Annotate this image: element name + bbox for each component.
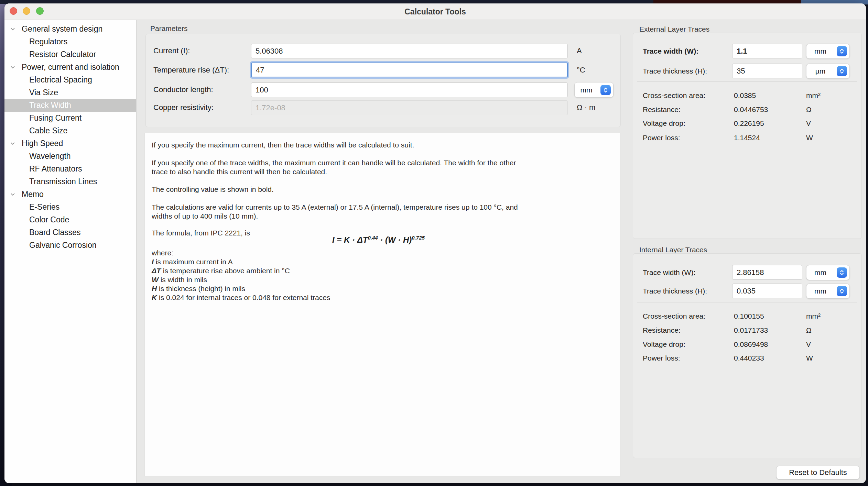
external-trace-width-input[interactable] [732, 44, 802, 58]
help-line: The calculations are valid for currents … [152, 203, 518, 212]
external-trace-thickness-input[interactable] [732, 64, 802, 78]
external-trace-width-label: Trace width (W): [643, 46, 698, 56]
sidebar-item-label: Power, current and isolation [20, 63, 119, 72]
external-voltage-drop-label: Voltage drop: [643, 118, 685, 129]
help-line: widths of up to 400 mils (10 mm). [152, 212, 258, 221]
sidebar-item-transmission-lines[interactable]: Transmission Lines [4, 175, 136, 188]
sidebar-item-fusing-current[interactable]: Fusing Current [4, 112, 136, 124]
sidebar-item-via-size[interactable]: Via Size [4, 86, 136, 99]
where-line: K is 0.024 for internal traces or 0.048 … [152, 293, 330, 302]
sidebar-item-memo[interactable]: Memo [4, 188, 136, 201]
external-resistance-label: Resistance: [643, 104, 681, 115]
internal-resistance-label: Resistance: [643, 325, 681, 335]
sidebar-item-label: Via Size [4, 88, 58, 97]
sidebar-item-board-classes[interactable]: Board Classes [4, 226, 136, 239]
sidebar-item-label: Track Width [4, 101, 71, 110]
external-voltage-drop-unit: V [806, 118, 811, 129]
sidebar-item-electrical-spacing[interactable]: Electrical Spacing [4, 74, 136, 86]
internal-trace-width-unit-dropdown[interactable]: mm [806, 265, 850, 280]
temperature-rise-input[interactable] [251, 63, 568, 77]
external-trace-thickness-unit-dropdown[interactable]: µm [806, 64, 850, 79]
dropdown-selected-value: µm [806, 64, 834, 78]
divider [637, 81, 857, 82]
dropdown-selected-value: mm [806, 265, 834, 280]
sidebar-item-track-width[interactable]: Track Width [4, 99, 136, 112]
help-line: The formula, from IPC 2221, is [152, 229, 250, 238]
sidebar-item-label: Galvanic Corrosion [4, 241, 97, 250]
internal-power-loss-unit: W [806, 353, 813, 363]
dropdown-selected-value: mm [575, 82, 598, 97]
internal-trace-width-input[interactable] [732, 265, 802, 280]
sidebar-item-e-series[interactable]: E-Series [4, 201, 136, 213]
external-cross-section-value: 0.0385 [734, 90, 756, 101]
sidebar-item-label: High Speed [20, 139, 63, 148]
titlebar: Calculator Tools [4, 3, 866, 20]
chevron-down-icon[interactable] [10, 193, 15, 196]
internal-resistance-value: 0.0171733 [734, 325, 768, 335]
sidebar-item-wavelength[interactable]: Wavelength [4, 150, 136, 163]
where-line: ΔT is temperature rise above ambient in … [152, 266, 290, 275]
conductor-length-unit-dropdown[interactable]: mm [574, 82, 614, 98]
external-trace-width-unit-dropdown[interactable]: mm [806, 44, 850, 59]
stepper-icon[interactable] [837, 286, 847, 296]
sidebar-item-label: Cable Size [4, 126, 67, 135]
sidebar-item-galvanic-corrosion[interactable]: Galvanic Corrosion [4, 239, 136, 252]
internal-power-loss-value: 0.440233 [734, 353, 764, 363]
stepper-icon[interactable] [837, 267, 847, 278]
sidebar-item-power-current-isolation[interactable]: Power, current and isolation [4, 61, 136, 74]
internal-trace-thickness-input[interactable] [732, 284, 802, 298]
sidebar-item-general-system-design[interactable]: General system design [4, 23, 136, 35]
chevron-down-icon[interactable] [10, 142, 15, 145]
internal-cross-section-value: 0.100155 [734, 311, 764, 321]
help-line: If you specify one of the trace widths, … [152, 158, 516, 167]
sidebar-item-label: Transmission Lines [4, 177, 97, 186]
sidebar-item-high-speed[interactable]: High Speed [4, 137, 136, 150]
sidebar-item-label: Regulators [4, 37, 67, 46]
sidebar-item-label: Electrical Spacing [4, 75, 92, 85]
external-voltage-drop-value: 0.226195 [734, 118, 764, 129]
internal-resistance-unit: Ω [806, 325, 812, 335]
sidebar-item-resistor-calculator[interactable]: Resistor Calculator [4, 48, 136, 61]
track-width-main-panel: Parameters Current (I): A Temperature ri… [137, 20, 623, 483]
window-title: Calculator Tools [4, 3, 866, 20]
current-input[interactable] [251, 44, 568, 58]
sidebar-item-label: Color Code [4, 215, 69, 224]
internal-voltage-drop-unit: V [806, 339, 811, 350]
sidebar-item-regulators[interactable]: Regulators [4, 35, 136, 48]
external-resistance-value: 0.0446753 [734, 104, 768, 115]
where-label: where: [152, 248, 173, 257]
ipc2221-formula: I = K · ΔT0.44 · (W · H)0.725 [332, 235, 425, 245]
conductor-length-input[interactable] [251, 82, 568, 97]
temperature-rise-label: Temperature rise (ΔT): [153, 65, 229, 75]
stepper-icon[interactable] [600, 85, 611, 95]
chevron-down-icon[interactable] [10, 27, 15, 31]
parameters-section-label: Parameters [150, 24, 188, 33]
sidebar-item-rf-attenuators[interactable]: RF Attenuators [4, 163, 136, 175]
external-power-loss-label: Power loss: [643, 133, 680, 143]
help-line: The controlling value is shown in bold. [152, 185, 274, 194]
dropdown-selected-value: mm [806, 44, 834, 58]
trace-results-panel: External Layer Traces Trace width (W): m… [623, 20, 866, 483]
sidebar-item-label: RF Attenuators [4, 164, 82, 174]
internal-power-loss-label: Power loss: [643, 353, 680, 363]
where-line: I is maximum current in A [152, 257, 233, 266]
sidebar-item-cable-size[interactable]: Cable Size [4, 124, 136, 137]
calculator-tree-sidebar: General system design Regulators Resisto… [4, 20, 137, 483]
sidebar-item-label: E-Series [4, 202, 59, 212]
reset-to-defaults-button[interactable]: Reset to Defaults [776, 466, 860, 479]
sidebar-item-label: Board Classes [4, 228, 81, 237]
internal-cross-section-unit: mm² [806, 311, 821, 321]
sidebar-item-label: Memo [20, 190, 44, 199]
external-power-loss-unit: W [806, 133, 813, 143]
calculator-tools-window: Calculator Tools General system design R… [4, 3, 866, 483]
dropdown-selected-value: mm [806, 284, 834, 298]
stepper-icon[interactable] [837, 46, 847, 56]
current-unit-label: A [577, 46, 582, 56]
stepper-icon[interactable] [837, 66, 847, 76]
internal-trace-width-label: Trace width (W): [643, 267, 695, 278]
help-line: If you specify the maximum current, then… [152, 141, 414, 150]
internal-trace-thickness-unit-dropdown[interactable]: mm [806, 284, 850, 299]
sidebar-item-color-code[interactable]: Color Code [4, 213, 136, 226]
sidebar-item-label: Fusing Current [4, 113, 82, 123]
chevron-down-icon[interactable] [10, 66, 15, 69]
